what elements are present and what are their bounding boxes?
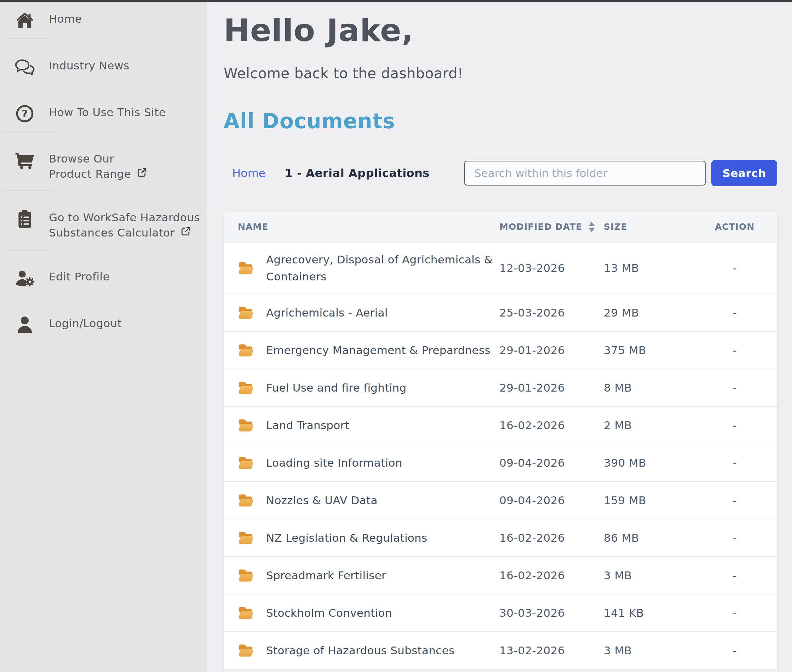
action-value: -	[706, 419, 763, 432]
user-gear-icon	[15, 269, 35, 287]
sidebar-item-login-logout[interactable]: Login/Logout	[0, 296, 207, 342]
table-row[interactable]: Nozzles & UAV Data 09-04-2026 159 MB -	[224, 481, 777, 519]
sidebar-item-label: How To Use This Site	[49, 104, 166, 120]
documents-table: Name Modified Date Size Action	[224, 212, 777, 669]
action-value: -	[706, 306, 763, 319]
size-value: 13 MB	[604, 262, 706, 274]
document-name[interactable]: Nozzles & UAV Data	[266, 492, 378, 509]
sidebar-item-label: Browse Our Product Range	[49, 151, 147, 182]
table-body: Agrecovery, Disposal of Agrichemicals & …	[224, 243, 777, 669]
modified-date-value: 13-02-2026	[499, 644, 604, 657]
clipboard-list-icon	[15, 210, 35, 228]
size-value: 390 MB	[604, 456, 706, 469]
column-header-size: Size	[604, 222, 706, 232]
folder-icon	[238, 418, 254, 432]
size-value: 86 MB	[604, 531, 706, 544]
folder-icon	[238, 531, 254, 545]
document-name[interactable]: Storage of Hazardous Substances	[266, 642, 454, 659]
breadcrumb-home-link[interactable]: Home	[232, 166, 266, 180]
size-value: 29 MB	[604, 306, 706, 319]
search-button[interactable]: Search	[711, 160, 777, 186]
cart-icon	[15, 151, 35, 170]
sidebar: Home Industry News ? How To Use This Sit…	[0, 2, 207, 672]
document-name-cell: Storage of Hazardous Substances	[238, 634, 499, 667]
action-value: -	[706, 494, 763, 507]
size-value: 2 MB	[604, 419, 706, 432]
size-value: 3 MB	[604, 569, 706, 582]
action-value: -	[706, 606, 763, 619]
folder-icon	[238, 343, 254, 357]
sidebar-item-label: Edit Profile	[49, 269, 110, 284]
action-value: -	[706, 644, 763, 657]
column-header-modified-date[interactable]: Modified Date	[499, 221, 604, 233]
size-value: 8 MB	[604, 381, 706, 394]
sidebar-item-worksafe-calculator[interactable]: Go to WorkSafe Hazardous Substances Calc…	[0, 191, 207, 249]
action-value: -	[706, 262, 763, 274]
breadcrumb: Home 1 - Aerial Applications	[224, 166, 430, 180]
action-value: -	[706, 569, 763, 582]
search-input[interactable]	[464, 161, 706, 186]
document-name[interactable]: Fuel Use and fire fighting	[266, 379, 407, 396]
external-link-icon	[180, 225, 191, 240]
sidebar-item-edit-profile[interactable]: Edit Profile	[0, 250, 207, 296]
sidebar-item-label: Go to WorkSafe Hazardous Substances Calc…	[49, 210, 200, 240]
section-title: All Documents	[224, 109, 777, 133]
modified-date-value: 16-02-2026	[499, 419, 604, 432]
document-name[interactable]: Agrecovery, Disposal of Agrichemicals & …	[266, 251, 499, 285]
table-row[interactable]: Stockholm Convention 30-03-2026 141 KB -	[224, 594, 777, 631]
table-row[interactable]: Loading site Information 09-04-2026 390 …	[224, 444, 777, 481]
sidebar-item-browse-products[interactable]: Browse Our Product Range	[0, 132, 207, 190]
document-name[interactable]: NZ Legislation & Regulations	[266, 529, 427, 546]
modified-date-value: 12-03-2026	[499, 262, 604, 274]
sidebar-item-home[interactable]: Home	[0, 2, 207, 38]
folder-icon	[238, 261, 254, 275]
sidebar-item-industry-news[interactable]: Industry News	[0, 38, 207, 85]
folder-icon	[238, 493, 254, 507]
document-name-cell: Nozzles & UAV Data	[238, 483, 499, 517]
welcome-text: Welcome back to the dashboard!	[224, 65, 777, 82]
modified-date-value: 16-02-2026	[499, 569, 604, 582]
modified-date-value: 29-01-2026	[499, 381, 604, 394]
table-row[interactable]: Land Transport 16-02-2026 2 MB -	[224, 406, 777, 444]
document-name[interactable]: Emergency Management & Prepardness	[266, 342, 490, 358]
main-content: Hello Jake, Welcome back to the dashboar…	[207, 2, 792, 672]
action-value: -	[706, 344, 763, 357]
folder-icon	[238, 456, 254, 470]
size-value: 3 MB	[604, 644, 706, 657]
size-value: 141 KB	[604, 606, 706, 619]
document-name-cell: Loading site Information	[238, 446, 499, 480]
size-value: 375 MB	[604, 344, 706, 357]
document-name[interactable]: Land Transport	[266, 417, 349, 434]
table-row[interactable]: NZ Legislation & Regulations 16-02-2026 …	[224, 519, 777, 556]
document-name[interactable]: Spreadmark Fertiliser	[266, 567, 386, 584]
sidebar-item-label: Industry News	[49, 58, 129, 73]
sidebar-item-how-to-use[interactable]: ? How To Use This Site	[0, 85, 207, 131]
home-icon	[15, 11, 35, 29]
table-row[interactable]: Agrecovery, Disposal of Agrichemicals & …	[224, 243, 777, 293]
document-name[interactable]: Agrichemicals - Aerial	[266, 304, 388, 321]
table-row[interactable]: Fuel Use and fire fighting 29-01-2026 8 …	[224, 369, 777, 406]
table-row[interactable]: Spreadmark Fertiliser 16-02-2026 3 MB -	[224, 556, 777, 594]
document-name-cell: Emergency Management & Prepardness	[238, 333, 499, 367]
modified-date-value: 30-03-2026	[499, 606, 604, 619]
sort-icon[interactable]	[588, 221, 596, 233]
folder-search: Search	[464, 160, 777, 186]
sidebar-item-label: Login/Logout	[49, 315, 122, 331]
svg-text:?: ?	[22, 108, 28, 120]
modified-date-value: 25-03-2026	[499, 306, 604, 319]
document-name[interactable]: Loading site Information	[266, 454, 402, 471]
folder-icon	[238, 568, 254, 582]
external-link-icon	[137, 166, 147, 182]
document-name-cell: Fuel Use and fire fighting	[238, 371, 499, 405]
table-row[interactable]: Agrichemicals - Aerial 25-03-2026 29 MB …	[224, 293, 777, 331]
folder-icon	[238, 643, 254, 658]
folder-icon	[238, 606, 254, 620]
document-name-cell: Stockholm Convention	[238, 596, 499, 630]
table-row[interactable]: Emergency Management & Prepardness 29-01…	[224, 331, 777, 369]
document-name-cell: Land Transport	[238, 408, 499, 442]
document-name[interactable]: Stockholm Convention	[266, 604, 392, 621]
table-row[interactable]: Storage of Hazardous Substances 13-02-20…	[224, 631, 777, 669]
modified-date-value: 09-04-2026	[499, 456, 604, 469]
page-title: Hello Jake,	[224, 13, 777, 48]
document-name-cell: Agrichemicals - Aerial	[238, 296, 499, 330]
